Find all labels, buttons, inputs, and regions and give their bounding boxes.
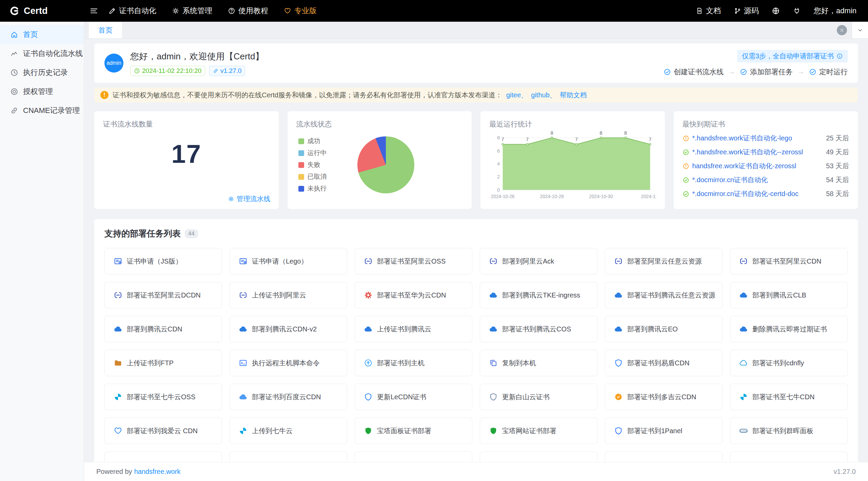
task-item[interactable]: 更新LeCDN证书 [355, 384, 472, 410]
task-item[interactable]: 部署证书到1Panel [605, 418, 723, 444]
task-item[interactable]: 复制到本机 [480, 350, 597, 376]
task-item[interactable]: 证书申请（JS版） [104, 248, 222, 274]
task-label: 部署到腾讯云TKE-ingress [502, 291, 580, 300]
source-link[interactable]: 源码 [734, 6, 759, 16]
task-item[interactable]: 部署证书到cdnfly [730, 350, 848, 376]
task-item-partial[interactable] [104, 451, 222, 462]
task-item[interactable]: 部署证书至华为云CDN [355, 282, 472, 308]
sidebar-item-history[interactable]: 执行历史记录 [0, 63, 84, 82]
task-item[interactable]: 部署证书到百度云CDN [230, 384, 347, 410]
task-label: 部署证书到群晖面板 [752, 426, 813, 436]
task-item[interactable]: 部署到腾讯云CDN [104, 316, 222, 342]
task-item[interactable]: Synology部署证书到群晖面板 [730, 418, 848, 444]
manage-pipelines-link[interactable]: 管理流水线 [228, 194, 271, 204]
bracket-icon [239, 291, 248, 300]
sidebar-item-pipelines[interactable]: 证书自动化流水线 [0, 44, 84, 63]
sidebar-item-auth[interactable]: 授权管理 [0, 82, 84, 101]
promo-badge[interactable]: 仅需3步，全自动申请部署证书 [737, 50, 848, 62]
task-item[interactable]: 部署证书至阿里云DCDN [104, 282, 222, 308]
legend-item[interactable]: 成功 [298, 137, 327, 146]
handsfree-link[interactable]: handsfree.work [134, 468, 181, 476]
logo[interactable]: Certd [0, 5, 84, 16]
tab-dropdown-button[interactable] [852, 22, 868, 38]
task-item[interactable]: 执行远程主机脚本命令 [230, 350, 347, 376]
card-title: 证书流水线数量 [103, 119, 270, 129]
legend-item[interactable]: 运行中 [298, 149, 327, 157]
plugin-button[interactable] [793, 7, 801, 15]
legend-item[interactable]: 失败 [298, 160, 327, 169]
topbar-menu-system[interactable]: 系统管理 [172, 6, 212, 16]
sidebar-item-label: 证书自动化流水线 [23, 49, 83, 59]
flower-icon [364, 291, 373, 300]
task-item-partial[interactable] [605, 451, 723, 462]
task-item[interactable]: 删除腾讯云即将过期证书 [730, 316, 848, 342]
avatar[interactable]: admin [104, 54, 123, 73]
task-item[interactable]: 上传到七牛云 [230, 418, 347, 444]
task-item[interactable]: 部署证书至七牛CDN [730, 384, 848, 410]
task-label: 部署证书至阿里云OSS [377, 257, 446, 266]
task-item-partial[interactable] [230, 451, 347, 462]
task-item[interactable]: 部署证书到腾讯云COS [480, 316, 597, 342]
topbar-menu-tutorial[interactable]: 使用教程 [228, 6, 268, 16]
menu-toggle-icon[interactable] [90, 6, 98, 15]
task-item[interactable]: 部署到腾讯云TKE-ingress [480, 282, 597, 308]
task-item[interactable]: 部署证书至七牛云OSS [104, 384, 222, 410]
cert-link[interactable]: *.docmirror.cn证书自动化 [692, 175, 823, 185]
qiniu-icon [239, 426, 248, 435]
card-title: 最快到期证书 [683, 119, 849, 129]
task-item[interactable]: 部署证书到主机 [355, 350, 472, 376]
sidebar-item-home[interactable]: 首页 [0, 25, 84, 44]
task-item-partial[interactable] [355, 451, 472, 462]
language-globe-button[interactable] [772, 7, 780, 15]
datetime-badge: 2024-11-02 22:10:20 [130, 66, 205, 76]
card-title: 最近运行统计 [489, 119, 656, 129]
cloudfill-icon [364, 325, 373, 333]
plugin-icon [793, 7, 801, 15]
topbar-menu-cert-automation[interactable]: 证书自动化 [108, 6, 156, 16]
cloudfill-icon [489, 291, 498, 300]
sidebar-item-cname[interactable]: CNAME记录管理 [0, 101, 84, 120]
task-item-partial[interactable] [480, 451, 597, 462]
topbar-menu-pro[interactable]: 专业版 [284, 6, 317, 16]
task-item[interactable]: 部署证书到我爱云 CDN [104, 418, 222, 444]
task-item[interactable]: 部署证书到腾讯云任意云资源 [605, 282, 723, 308]
notice-link[interactable]: gitee、 [506, 91, 528, 100]
cert-link[interactable]: *.handsfree.work证书自动化--zerossl [692, 148, 823, 157]
task-item[interactable]: 部署至阿里云任意云资源 [605, 248, 723, 274]
task-item[interactable]: 上传证书到腾讯云 [355, 316, 472, 342]
task-item[interactable]: 更新白山云证书 [480, 384, 597, 410]
task-item[interactable]: 部署到腾讯云EO [605, 316, 723, 342]
user-greeting[interactable]: 您好，admin [814, 6, 856, 16]
docs-link[interactable]: 文档 [696, 6, 721, 16]
task-label: 部署证书到主机 [377, 359, 425, 368]
legend-item[interactable]: 已取消 [298, 172, 327, 181]
task-item[interactable]: 部署证书到易盾CDN [605, 350, 723, 376]
task-label: 证书申请（Lego） [252, 257, 308, 266]
task-item[interactable]: 部署证书到多吉云CDN [605, 384, 723, 410]
sidebar-item-label: 首页 [23, 30, 38, 40]
task-item[interactable]: 宝塔网站证书部署 [480, 418, 597, 444]
task-item[interactable]: 部署到阿里云Ack [480, 248, 597, 274]
task-item[interactable]: 上传证书到阿里云 [230, 282, 347, 308]
tab-home[interactable]: 首页 [89, 22, 122, 38]
notice-link[interactable]: github、 [531, 91, 556, 100]
task-item[interactable]: 部署到腾讯云CLB [730, 282, 848, 308]
task-item[interactable]: 宝塔面板证书部署 [355, 418, 472, 444]
task-item[interactable]: 上传证书到FTP [104, 350, 222, 376]
task-item-partial[interactable] [730, 451, 848, 462]
shield-icon [614, 426, 623, 435]
task-item[interactable]: 部署证书至阿里云OSS [355, 248, 472, 274]
close-icon [839, 27, 845, 33]
cert-link[interactable]: *.handsfree.work证书自动化-lego [692, 134, 823, 143]
task-item[interactable]: 证书申请（Lego） [230, 248, 347, 274]
doc-icon [696, 7, 703, 15]
notice-link[interactable]: 帮助文档 [560, 91, 587, 100]
link-icon [10, 107, 18, 115]
cert-link[interactable]: *.docmirror.cn证书自动化-certd-doc [692, 189, 823, 198]
task-item[interactable]: 部署证书至阿里云CDN [730, 248, 848, 274]
close-tabs-button[interactable] [837, 25, 847, 35]
legend-item[interactable]: 未执行 [298, 184, 327, 193]
task-item[interactable]: 部署到腾讯云CDN-v2 [230, 316, 347, 342]
folder-icon [114, 359, 122, 367]
cert-link[interactable]: handsfree.work证书自动化-zerossl [692, 161, 823, 171]
